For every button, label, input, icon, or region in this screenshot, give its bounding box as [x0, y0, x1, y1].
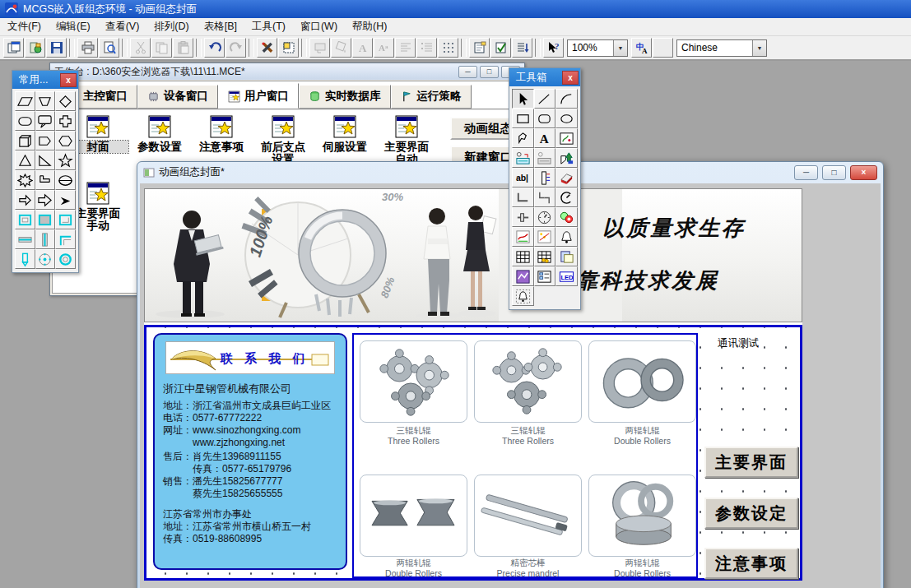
shape-dotted-circle[interactable]: [35, 249, 56, 269]
shape-vertical-capsule[interactable]: [15, 249, 35, 269]
tool-meter[interactable]: [534, 207, 556, 227]
workspace-title-bar[interactable]: 工作台 : D:\360安全浏览器下载\11\11.MCE* ─ □ ×: [50, 63, 524, 80]
copy-button[interactable]: [151, 38, 172, 58]
blank-toolbar-button[interactable]: [653, 38, 673, 58]
zoom-dropdown-arrow[interactable]: ▼: [613, 40, 627, 56]
doc-close-button[interactable]: ×: [850, 165, 877, 180]
toolbox-toggle-button[interactable]: [257, 38, 277, 58]
workspace-maximize-button[interactable]: □: [480, 66, 499, 78]
shape-vbar-pipe[interactable]: [35, 229, 56, 249]
tool-line[interactable]: [534, 89, 556, 109]
shape-parallelogram[interactable]: [15, 91, 35, 111]
grid-toggle-button[interactable]: [438, 38, 458, 58]
menu-view[interactable]: 查看(V): [98, 17, 147, 36]
shape-trapezoid[interactable]: [35, 91, 56, 111]
paste-button[interactable]: [173, 38, 193, 58]
doc-maximize-button[interactable]: □: [822, 165, 846, 180]
new-project-button[interactable]: [3, 38, 24, 58]
menu-tools[interactable]: 工具(T): [244, 17, 293, 36]
tool-free-table[interactable]: [512, 247, 534, 266]
menu-arrange[interactable]: 排列(D): [146, 17, 196, 36]
product-card-double-rollers-side[interactable]: [360, 475, 467, 557]
tool-bitmap[interactable]: [555, 128, 578, 148]
tool-corner-line[interactable]: [512, 188, 534, 207]
chinese-font-button[interactable]: 中A: [631, 38, 652, 58]
comm-test-label[interactable]: 通讯测试: [718, 336, 759, 350]
align-left-button[interactable]: [395, 38, 416, 58]
user-window-item-params[interactable]: 参数设置: [129, 114, 190, 153]
tool-polygon[interactable]: [512, 128, 534, 148]
tool-trend-curve[interactable]: [512, 227, 534, 247]
tool-device-output[interactable]: [534, 148, 556, 168]
tool-storage[interactable]: [555, 247, 578, 266]
common-palette-title-bar[interactable]: 常用...x: [12, 71, 78, 89]
tool-xy-curve[interactable]: [534, 227, 556, 247]
font-small-button[interactable]: A: [352, 38, 373, 58]
toolbox-title-bar[interactable]: 工具箱x: [509, 68, 580, 86]
tool-text-label[interactable]: A: [534, 128, 556, 148]
shape-ring[interactable]: [55, 249, 76, 269]
tool-eraser[interactable]: [555, 168, 578, 188]
properties-button[interactable]: [469, 38, 490, 58]
sort-list-button[interactable]: [512, 38, 532, 58]
font-large-button[interactable]: Aa: [374, 38, 394, 58]
tool-led-display[interactable]: LED: [555, 266, 578, 286]
menu-file[interactable]: 文件(F): [0, 17, 49, 36]
tool-alarm-bar[interactable]: [512, 286, 534, 306]
syntax-check-button[interactable]: [490, 38, 511, 58]
product-card-double-rollers-stack[interactable]: [588, 475, 696, 557]
menu-table[interactable]: 表格[B]: [197, 17, 244, 36]
tab-realtime-database[interactable]: 实时数据库: [299, 85, 391, 109]
shape-arrow-filled[interactable]: [55, 190, 76, 210]
product-card-three-rollers-1[interactable]: [360, 340, 467, 423]
user-window-item-notes[interactable]: 注意事项: [191, 114, 252, 153]
user-window-item-main-auto[interactable]: 主要界面 自动: [376, 114, 437, 165]
shape-triangle[interactable]: [15, 150, 35, 170]
tool-dial[interactable]: [555, 188, 578, 207]
tab-user-window[interactable]: 用户窗口: [218, 83, 299, 109]
notes-button[interactable]: 注意事项: [704, 548, 798, 579]
product-card-three-rollers-2[interactable]: [474, 340, 582, 423]
tool-flip-line[interactable]: [534, 188, 556, 207]
shape-arrow-outline[interactable]: [15, 190, 35, 210]
banner-image[interactable]: 30% 100% 80% 以质量求生存 靠科技求发展: [144, 188, 802, 322]
tool-device-input[interactable]: [512, 148, 534, 168]
tool-rectangle[interactable]: [512, 109, 534, 128]
tool-slider[interactable]: [512, 207, 534, 227]
undo-button[interactable]: [204, 38, 225, 58]
shape-pointer-pentagon[interactable]: [35, 131, 56, 150]
shape-frame-corner[interactable]: [55, 210, 76, 229]
param-setting-button[interactable]: 参数设定: [704, 498, 798, 529]
app-title-bar[interactable]: MCGS嵌入版组态环境 - 动画组态封面: [0, 0, 911, 18]
shape-right-triangle[interactable]: [35, 150, 56, 170]
shape-stadium[interactable]: [15, 111, 35, 131]
tool-history-table[interactable]: [534, 247, 556, 266]
shape-cube[interactable]: [15, 131, 35, 150]
shape-arrow-wide[interactable]: [35, 190, 56, 210]
contact-panel[interactable]: 联 系 我 们 浙江中星钢管机械有限公司 地址：浙江省温州市文成县巨屿工业区 电…: [153, 333, 347, 570]
tab-device-window[interactable]: 设备窗口: [137, 85, 218, 109]
language-dropdown-arrow[interactable]: ▼: [752, 40, 766, 56]
tool-indicator-lamp[interactable]: [555, 207, 578, 227]
toolbox-close-button[interactable]: x: [562, 71, 579, 85]
context-help-button[interactable]: ?: [543, 38, 564, 58]
toolbox-palette[interactable]: 工具箱x A ab|: [509, 67, 581, 310]
shape-hbar-pipe[interactable]: [15, 229, 35, 249]
menu-edit[interactable]: 编辑(E): [49, 17, 98, 36]
shape-half-ellipse[interactable]: [55, 170, 76, 190]
menu-window[interactable]: 窗口(W): [293, 17, 345, 36]
tool-alarm-bell[interactable]: [555, 227, 578, 247]
product-card-mandrel[interactable]: [474, 475, 582, 557]
zoom-combo[interactable]: 100%▼: [567, 39, 628, 57]
shape-frame-filled[interactable]: [35, 210, 56, 229]
menu-help[interactable]: 帮助(H): [345, 17, 394, 36]
user-window-item-fulcrum[interactable]: 前后支点 设置: [253, 114, 314, 165]
tool-ellipse[interactable]: [555, 109, 578, 128]
tool-select-cursor[interactable]: [512, 89, 534, 109]
common-palette-close-button[interactable]: x: [60, 73, 77, 87]
language-combo[interactable]: Chinese▼: [676, 39, 767, 57]
shape-diamond[interactable]: [55, 91, 76, 111]
tool-input-box[interactable]: ab|: [512, 168, 534, 188]
shape-burst[interactable]: [15, 170, 35, 190]
tab-run-strategy[interactable]: 运行策略: [391, 85, 472, 109]
